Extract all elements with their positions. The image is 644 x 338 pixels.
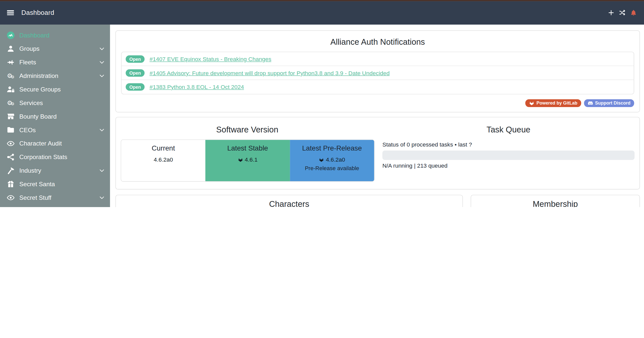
sidebar-nav: DashboardGroupsFleets⚙⚙AdministrationSec… bbox=[0, 25, 110, 204]
sidebar-item-label: CEOs bbox=[19, 126, 36, 133]
task-queue-summary: N/A running | 213 queued bbox=[382, 162, 634, 169]
sidebar-item-label: Administration bbox=[19, 72, 58, 79]
folder-icon bbox=[7, 126, 15, 134]
membership-panel: Membership State: Guest A GroupB Group bbox=[471, 195, 640, 207]
version-cell-label: Latest Stable bbox=[206, 144, 290, 153]
gears-icon: ⚙⚙ bbox=[7, 72, 15, 80]
hammer-icon bbox=[7, 166, 15, 175]
chevron-icon bbox=[99, 73, 105, 79]
top-navbar: Dashboard bbox=[0, 1, 644, 25]
task-queue-status: Status of 0 processed tasks • last ? bbox=[382, 141, 634, 148]
version-cell-current: Current4.6.2a0 bbox=[121, 140, 205, 181]
sidebar-item-label: Bounty Board bbox=[19, 113, 57, 120]
user-lock-icon bbox=[7, 85, 15, 93]
notification-link[interactable]: #1407 EVE Equinox Status - Breaking Chan… bbox=[149, 56, 271, 62]
notifications-footer: Powered by GitLabSupport Discord bbox=[525, 99, 634, 107]
sidebar-item-label: Secret Stuff bbox=[19, 194, 51, 201]
main-content: Alliance Auth Notifications Open#1407 EV… bbox=[110, 25, 644, 207]
task-queue-progressbar bbox=[382, 151, 634, 160]
notification-link[interactable]: #1383 Python 3.8 EOL - 14 Oct 2024 bbox=[149, 84, 244, 90]
chevron-icon bbox=[99, 46, 105, 52]
sidebar-item-label: Corporation Stats bbox=[19, 153, 67, 160]
page-title: Dashboard bbox=[21, 9, 54, 16]
status-badge: Open bbox=[126, 83, 144, 91]
bell-icon[interactable] bbox=[630, 9, 637, 16]
sidebar-item-label: Services bbox=[19, 99, 43, 106]
sidebar-item-label: Secure Groups bbox=[19, 86, 61, 93]
sidebar-item-administration[interactable]: ⚙⚙Administration bbox=[0, 69, 110, 82]
software-version-box: Current4.6.2a0Latest Stable4.6.1Latest P… bbox=[121, 139, 375, 182]
version-cell-latest-stable: Latest Stable4.6.1 bbox=[206, 140, 290, 181]
notification-row: Open#1407 EVE Equinox Status - Breaking … bbox=[122, 52, 634, 66]
chevron-icon bbox=[99, 168, 105, 173]
sidebar: DashboardGroupsFleets⚙⚙AdministrationSec… bbox=[0, 25, 110, 207]
sidebar-item-industry[interactable]: Industry bbox=[0, 164, 110, 177]
chevron-icon bbox=[99, 59, 105, 65]
version-cell-value: 4.6.2a0 bbox=[290, 156, 374, 163]
users-icon bbox=[7, 44, 15, 53]
notifications-title: Alliance Auth Notifications bbox=[121, 37, 634, 46]
store-icon bbox=[7, 112, 15, 120]
version-queue-panel: Software Version Current4.6.2a0Latest St… bbox=[116, 117, 640, 189]
tanuki-icon bbox=[238, 157, 243, 162]
gift-icon bbox=[7, 180, 15, 188]
sidebar-item-dashboard[interactable]: Dashboard bbox=[0, 28, 110, 42]
badge-label: Powered by GitLab bbox=[537, 101, 578, 106]
task-queue-title: Task Queue bbox=[382, 125, 634, 134]
shuffle-icon[interactable] bbox=[619, 10, 625, 16]
notifications-panel: Alliance Auth Notifications Open#1407 EV… bbox=[116, 30, 640, 112]
sidebar-item-label: Character Audit bbox=[19, 140, 62, 147]
sidebar-item-bounty-board[interactable]: Bounty Board bbox=[0, 110, 110, 123]
sidebar-item-character-audit[interactable]: Character Audit bbox=[0, 136, 110, 150]
version-cell-note: Pre-Release available bbox=[290, 165, 374, 171]
bottom-row: Characters Add CharacterChange Main Name… bbox=[116, 195, 640, 207]
discord-icon bbox=[588, 101, 593, 106]
sidebar-item-ceos[interactable]: CEOs bbox=[0, 123, 110, 137]
navbar-actions bbox=[608, 9, 637, 16]
version-cell-latest-pre-release: Latest Pre-Release4.6.2a0Pre-Release ava… bbox=[290, 140, 374, 181]
sidebar-item-fleets[interactable]: Fleets bbox=[0, 55, 110, 69]
software-version-title: Software Version bbox=[121, 125, 374, 134]
sidebar-item-secure-groups[interactable]: Secure Groups bbox=[0, 82, 110, 96]
plus-icon[interactable] bbox=[608, 10, 614, 16]
status-badge: Open bbox=[126, 69, 144, 77]
notification-row: Open#1405 Advisory: Future development w… bbox=[122, 66, 634, 80]
gears-icon: ⚙⚙ bbox=[7, 99, 15, 107]
task-queue-section: Task Queue Status of 0 processed tasks •… bbox=[379, 117, 639, 189]
app-window: Dashboard DashboardGroupsFleets⚙⚙Adminis… bbox=[0, 0, 644, 207]
sidebar-item-label: Fleets bbox=[19, 59, 36, 66]
chevron-icon bbox=[99, 127, 105, 133]
eye-icon bbox=[7, 139, 15, 148]
characters-title: Characters bbox=[122, 199, 456, 207]
sidebar-item-label: Dashboard bbox=[19, 32, 50, 39]
sidebar-item-label: Secret Santa bbox=[19, 180, 55, 187]
eye-icon bbox=[7, 193, 15, 202]
notification-link[interactable]: #1405 Advisory: Future development will … bbox=[149, 70, 390, 76]
powered-by-gitlab-badge[interactable]: Powered by GitLab bbox=[525, 99, 581, 107]
badge-label: Support Discord bbox=[595, 101, 631, 106]
notification-row: Open#1383 Python 3.8 EOL - 14 Oct 2024 bbox=[122, 80, 634, 94]
menu-toggle-button[interactable] bbox=[7, 10, 14, 16]
software-version-section: Software Version Current4.6.2a0Latest St… bbox=[116, 117, 378, 189]
tanuki-icon bbox=[319, 157, 324, 162]
sidebar-item-label: Industry bbox=[19, 167, 41, 174]
sidebar-item-secret-santa[interactable]: Secret Santa bbox=[0, 177, 110, 191]
chevron-icon bbox=[99, 195, 105, 200]
sidebar-item-services[interactable]: ⚙⚙Services bbox=[0, 96, 110, 110]
version-cell-label: Current bbox=[121, 144, 205, 153]
sidebar-item-secret-stuff[interactable]: Secret Stuff bbox=[0, 191, 110, 204]
sidebar-item-groups[interactable]: Groups bbox=[0, 42, 110, 55]
tanuki-icon bbox=[529, 101, 534, 106]
sidebar-item-label: Groups bbox=[19, 45, 40, 52]
status-badge: Open bbox=[126, 55, 144, 63]
sidebar-item-corporation-stats[interactable]: Corporation Stats bbox=[0, 150, 110, 164]
jet-icon bbox=[7, 58, 15, 66]
membership-title: Membership bbox=[477, 199, 634, 207]
share-icon bbox=[7, 153, 15, 161]
support-discord-badge[interactable]: Support Discord bbox=[584, 99, 634, 107]
version-cell-value: 4.6.2a0 bbox=[121, 156, 205, 163]
dashboard-icon bbox=[7, 31, 15, 39]
version-cell-label: Latest Pre-Release bbox=[290, 144, 374, 153]
version-cell-value: 4.6.1 bbox=[206, 156, 290, 163]
notifications-list: Open#1407 EVE Equinox Status - Breaking … bbox=[121, 52, 634, 94]
